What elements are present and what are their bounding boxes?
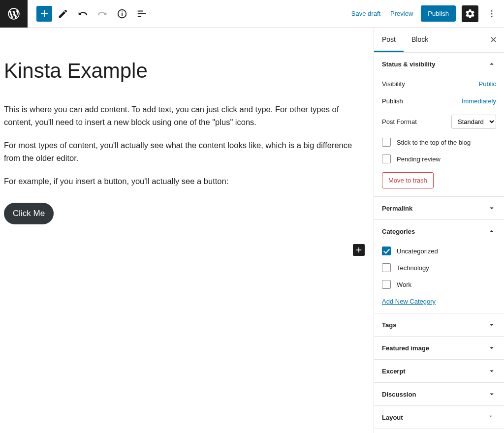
panel-status-visibility: Status & visibility Visibility Public Pu… [374,53,504,197]
visibility-value[interactable]: Public [479,80,496,88]
chevron-down-icon [487,390,496,399]
add-block-inline-button[interactable] [353,244,365,256]
settings-sidebar: Post Block ✕ Status & visibility Visibil… [374,28,504,433]
panel-tags: Tags [374,313,504,337]
post-format-select[interactable]: Standard [451,115,496,129]
panel-discussion: Discussion [374,383,504,406]
chevron-up-icon [487,227,496,236]
close-sidebar-button[interactable]: ✕ [483,28,504,52]
more-menu-button[interactable] [484,5,499,22]
stick-checkbox[interactable] [382,138,391,147]
panel-title: Status & visibility [382,61,435,68]
panel-title: Layout [382,414,403,421]
add-new-category-link[interactable]: Add New Category [382,298,436,305]
category-label: Uncategorized [397,247,438,255]
sidebar-tabs: Post Block ✕ [374,28,504,53]
add-block-button[interactable] [36,6,52,22]
category-label: Technology [397,264,429,272]
post-format-label: Post Format [382,118,417,125]
category-checkbox[interactable] [382,263,391,272]
save-draft-button[interactable]: Save draft [349,6,382,21]
chevron-down-icon [487,320,496,329]
pending-checkbox[interactable] [382,155,391,163]
stick-label: Stick to the top of the blog [397,139,471,146]
svg-point-2 [491,16,493,17]
panel-title: Categories [382,228,415,235]
panel-layout: Layout [374,406,504,429]
move-to-trash-button[interactable]: Move to trash [382,172,434,188]
panel-title: Discussion [382,391,416,398]
tab-post[interactable]: Post [374,28,404,52]
category-row[interactable]: Work [382,276,496,293]
editor-canvas[interactable]: Kinsta Example This is where you can add… [0,28,374,433]
paragraph-block[interactable]: For example, if you insert a button, you… [4,175,368,188]
panel-toggle-discussion[interactable]: Discussion [374,383,504,405]
panel-toggle-permalink[interactable]: Permalink [374,197,504,219]
post-title[interactable]: Kinsta Example [4,59,374,83]
panel-excerpt: Excerpt [374,360,504,383]
post-body: This is where you can add content. To ad… [4,103,374,224]
panel-toggle-tags[interactable]: Tags [374,313,504,336]
panel-featured-image: Featured image [374,337,504,360]
toolbar-left-group [28,5,151,23]
stick-checkbox-row[interactable]: Stick to the top of the blog [382,134,496,151]
chevron-down-icon [487,204,496,213]
panel-toggle-featured-image[interactable]: Featured image [374,337,504,359]
paragraph-block[interactable]: This is where you can add content. To ad… [4,103,368,128]
tab-block[interactable]: Block [404,28,436,52]
panel-title: Permalink [382,205,412,212]
category-checkbox[interactable] [382,280,391,289]
svg-point-1 [491,13,493,14]
preview-button[interactable]: Preview [388,6,415,21]
edit-tools-button[interactable] [54,5,72,23]
panel-toggle-layout[interactable]: Layout [374,406,504,429]
category-row[interactable]: Technology [382,259,496,276]
panel-toggle-categories[interactable]: Categories [374,220,504,243]
category-label: Work [397,281,411,288]
panel-title: Tags [382,321,396,329]
toolbar-right-group: Save draft Preview Publish [349,5,504,22]
panel-toggle-excerpt[interactable]: Excerpt [374,360,504,382]
category-checkbox[interactable] [382,247,391,255]
panel-categories: Categories Uncategorized Technology Work… [374,220,504,313]
wordpress-logo-icon[interactable] [0,0,28,28]
publish-label: Publish [382,97,403,105]
chevron-up-icon [487,60,496,68]
svg-point-0 [491,10,493,11]
publish-value[interactable]: Immediately [462,97,496,105]
info-button[interactable] [113,5,131,23]
outline-button[interactable] [133,5,151,23]
category-row[interactable]: Uncategorized [382,243,496,259]
panel-toggle-status[interactable]: Status & visibility [374,53,504,75]
chevron-down-icon [487,343,496,352]
undo-button[interactable] [74,5,92,23]
editor-top-toolbar: Save draft Preview Publish [0,0,504,28]
chevron-down-icon [487,367,496,375]
button-block[interactable]: Click Me [4,203,54,224]
visibility-label: Visibility [382,80,405,88]
panel-permalink: Permalink [374,197,504,220]
panel-title: Featured image [382,344,429,352]
settings-button[interactable] [462,5,478,22]
panel-title: Excerpt [382,368,406,375]
pending-label: Pending review [397,155,441,163]
pending-checkbox-row[interactable]: Pending review [382,151,496,167]
redo-button[interactable] [94,5,111,23]
caret-down-icon [487,413,496,422]
publish-button[interactable]: Publish [421,5,456,22]
paragraph-block[interactable]: For most types of content, you'll actual… [4,139,368,164]
